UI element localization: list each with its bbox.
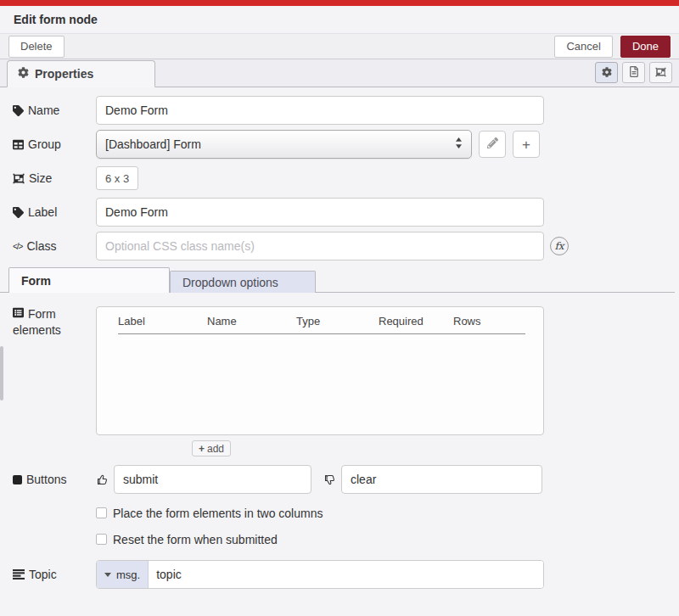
column-header-type: Type	[296, 315, 379, 328]
properties-panel: Name Group [Dashboard] Form	[0, 87, 679, 589]
buttons-label-text: Buttons	[26, 473, 66, 486]
two-columns-checkbox-label[interactable]: Place the form elements in two columns	[113, 507, 323, 520]
delete-button[interactable]: Delete	[8, 36, 65, 58]
clear-button-text-input[interactable]	[341, 465, 542, 494]
bars-icon	[13, 569, 25, 580]
msg-type-selector[interactable]: msg.	[97, 561, 149, 588]
cancel-button[interactable]: Cancel	[554, 36, 612, 58]
appearance-button[interactable]	[649, 62, 672, 83]
name-label: Name	[13, 104, 96, 117]
form-elements-widget: Label Name Type Required Rows + add	[96, 306, 544, 456]
tab-properties-label: Properties	[35, 67, 93, 81]
tab-properties[interactable]: Properties	[7, 60, 155, 87]
column-header-label: Label	[118, 315, 207, 328]
gear-icon	[602, 66, 612, 80]
topic-label-text: Topic	[29, 568, 57, 581]
list-alt-icon	[13, 306, 24, 322]
form-elements-label: Form elements	[13, 306, 96, 339]
size-label-text: Size	[29, 171, 52, 185]
left-scrollbar-thumb[interactable]	[0, 346, 3, 400]
class-input[interactable]	[96, 232, 544, 260]
class-label-text: Class	[26, 239, 56, 253]
size-row: Size 6 x 3	[0, 164, 679, 193]
fx-icon: fx	[554, 240, 564, 252]
group-label-text: Group	[28, 137, 61, 151]
label-input[interactable]	[96, 198, 544, 227]
subtab-form[interactable]: Form	[8, 267, 170, 293]
size-label: Size	[13, 171, 96, 185]
sort-arrows-icon	[455, 137, 463, 151]
tag-icon	[13, 207, 24, 218]
class-row: </> Class fx	[0, 232, 679, 260]
top-accent-bar	[0, 0, 679, 6]
reset-form-checkbox-label[interactable]: Reset the form when submitted	[113, 533, 278, 546]
table-icon	[13, 139, 24, 150]
form-subtabs: Form Dropdown options	[0, 267, 679, 293]
description-button[interactable]	[622, 62, 645, 83]
object-group-icon	[13, 173, 25, 184]
done-button[interactable]: Done	[620, 36, 671, 58]
two-columns-option-row: Place the form elements in two columns	[0, 506, 679, 520]
reset-form-checkbox[interactable]	[96, 534, 107, 545]
form-elements-label-line2: elements	[13, 323, 61, 337]
code-icon: </>	[13, 242, 22, 251]
edit-group-button[interactable]	[479, 131, 506, 158]
two-columns-checkbox[interactable]	[96, 507, 107, 518]
name-input[interactable]	[96, 96, 544, 125]
topic-row: Topic msg.	[0, 560, 679, 589]
column-header-name: Name	[207, 315, 296, 328]
buttons-row: Buttons	[0, 465, 679, 494]
add-element-button[interactable]: + add	[192, 440, 231, 456]
group-label: Group	[13, 137, 96, 151]
dialog-title: Edit form node	[0, 6, 679, 34]
dialog-toolbar: Delete Cancel Done	[0, 34, 679, 59]
name-label-text: Name	[28, 104, 59, 117]
thumbs-up-icon	[96, 473, 109, 486]
form-elements-label-line1: Form	[28, 306, 56, 322]
fx-button[interactable]: fx	[550, 237, 569, 255]
column-header-required: Required	[379, 315, 453, 328]
add-group-button[interactable]: +	[513, 131, 540, 158]
subtab-dropdown-options[interactable]: Dropdown options	[170, 271, 316, 293]
size-button[interactable]: 6 x 3	[96, 166, 138, 190]
subtab-dropdown-label: Dropdown options	[182, 276, 278, 289]
label-row: Label	[0, 198, 679, 227]
pencil-icon	[487, 137, 498, 152]
name-row: Name	[0, 96, 679, 125]
thumbs-down-icon	[323, 473, 336, 486]
label-label: Label	[13, 205, 96, 219]
form-elements-row: Form elements Label Name Type Required R…	[0, 306, 679, 456]
reset-form-option-row: Reset the form when submitted	[0, 532, 679, 546]
square-icon	[13, 475, 22, 484]
add-element-label: add	[207, 443, 224, 455]
plus-icon: +	[522, 137, 530, 152]
edit-form-node-dialog: Edit form node Delete Cancel Done Proper…	[0, 0, 679, 616]
topic-input[interactable]	[149, 561, 543, 588]
properties-settings-button[interactable]	[595, 62, 618, 83]
gear-icon	[18, 67, 29, 81]
tag-icon	[13, 105, 24, 116]
form-elements-header: Label Name Type Required Rows	[118, 315, 525, 334]
topic-label: Topic	[13, 568, 96, 581]
subtab-form-label: Form	[21, 274, 51, 288]
caret-down-icon	[104, 573, 111, 577]
group-select[interactable]: [Dashboard] Form	[96, 130, 472, 159]
document-icon	[630, 66, 638, 80]
topic-typed-input: msg.	[96, 560, 544, 589]
class-label: </> Class	[13, 239, 96, 253]
group-select-value: [Dashboard] Form	[105, 137, 455, 151]
column-header-rows: Rows	[453, 315, 481, 328]
buttons-label: Buttons	[13, 473, 96, 486]
msg-prefix-label: msg.	[116, 568, 140, 581]
label-label-text: Label	[28, 205, 57, 219]
editor-tabbar: Properties	[0, 59, 679, 87]
group-row: Group [Dashboard] Form +	[0, 130, 679, 159]
object-group-icon	[655, 66, 666, 80]
plus-icon: +	[199, 443, 205, 455]
submit-button-text-input[interactable]	[114, 465, 311, 494]
form-elements-list[interactable]: Label Name Type Required Rows	[96, 306, 544, 435]
